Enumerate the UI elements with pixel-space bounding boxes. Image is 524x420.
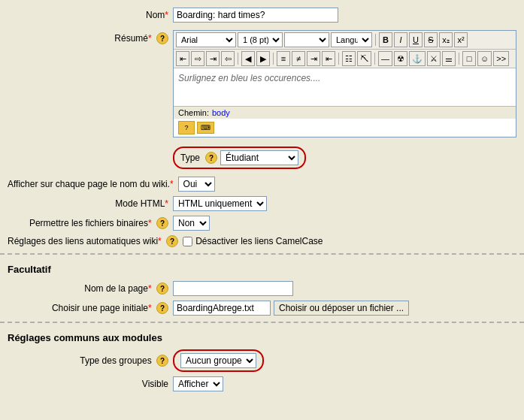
- help-icon-btn[interactable]: ?: [178, 121, 195, 134]
- nom-page-input[interactable]: [173, 281, 293, 296]
- type-groupes-help-icon[interactable]: ?: [156, 355, 168, 367]
- choisir-fichier-btn[interactable]: Choisir ou déposer un fichier ...: [274, 301, 409, 316]
- modules-header: Réglages communs aux modules: [0, 329, 524, 346]
- nom-page-label: Nom de la page* ?: [8, 283, 173, 295]
- nom-page-row: Nom de la page* ?: [0, 281, 524, 296]
- toolbar-row1: Arial Times New Roman Courier 1 (8 pt) 2…: [174, 31, 516, 50]
- strike-btn[interactable]: S: [424, 32, 438, 47]
- type-groupes-row: Type des groupes ? Aucun groupe Groupe A…: [0, 349, 524, 372]
- page-initiale-input[interactable]: [173, 301, 271, 316]
- resume-label-row: Résumé* ? Arial Times New Roman Courier …: [8, 30, 516, 137]
- font-select[interactable]: Arial Times New Roman Courier: [176, 32, 236, 47]
- resume-section: Résumé* ? Arial Times New Roman Courier …: [0, 27, 524, 141]
- page-initiale-help-icon[interactable]: ?: [156, 302, 168, 314]
- special-btn[interactable]: ☢: [394, 51, 407, 66]
- superscript-btn[interactable]: x²: [454, 32, 468, 47]
- resume-label: Résumé* ?: [8, 30, 173, 44]
- main-container: Nom* Résumé* ? Arial Times New Roman Cou…: [0, 0, 524, 420]
- chemin-value: body: [212, 108, 230, 117]
- outdent-btn[interactable]: ⇤: [322, 51, 335, 66]
- nom-row: Nom*: [0, 8, 524, 23]
- bold-btn[interactable]: B: [379, 32, 392, 47]
- facultatif-header: Facultatif: [0, 261, 524, 278]
- type-row: Type ? Étudiant Enseignant Administrateu…: [0, 144, 524, 172]
- type-groupes-oval: Aucun groupe Groupe A Groupe B: [173, 349, 264, 372]
- anchor-btn[interactable]: ⚌: [442, 51, 456, 66]
- type-groupes-select[interactable]: Aucun groupe Groupe A Groupe B: [180, 353, 256, 368]
- visible-label: Visible: [8, 379, 173, 389]
- align-right-btn[interactable]: ⇥: [206, 51, 220, 66]
- nom-page-help-icon[interactable]: ?: [156, 283, 168, 295]
- insert-table-btn[interactable]: ☷: [342, 51, 356, 66]
- liens-row: Réglages des liens automatiques wiki* ? …: [0, 235, 524, 247]
- langue-select[interactable]: Langue Français English: [331, 32, 372, 47]
- fichiers-label: Permettre les fichiers binaires* ?: [8, 217, 173, 229]
- format-select[interactable]: Normal: [284, 32, 329, 47]
- dotted-divider: [0, 253, 524, 255]
- list-ul-btn[interactable]: ≡: [277, 51, 290, 66]
- hr-btn[interactable]: —: [378, 51, 392, 66]
- type-label: Type: [180, 153, 200, 163]
- page-initiale-row: Choisir une page initiale* ? Choisir ou …: [0, 301, 524, 316]
- visible-select[interactable]: Afficher Cacher: [173, 376, 223, 391]
- dotted-divider-2: [0, 322, 524, 323]
- indent-btn[interactable]: ⇥: [307, 51, 320, 66]
- fichiers-select[interactable]: Non Oui: [173, 216, 210, 231]
- mode-html-select[interactable]: HTML uniquement Markdown Wikitexte: [173, 196, 267, 211]
- fichiers-help-icon[interactable]: ?: [156, 217, 168, 229]
- liens-label: Réglages des liens automatiques wiki* ?: [8, 235, 183, 247]
- subscript-btn[interactable]: x₂: [439, 32, 453, 47]
- rect-btn[interactable]: □: [462, 51, 476, 66]
- resume-editor: Arial Times New Roman Courier 1 (8 pt) 2…: [173, 30, 516, 137]
- afficher-row: Afficher sur chaque page le nom du wiki.…: [0, 177, 524, 192]
- italic-btn[interactable]: I: [394, 32, 407, 47]
- type-oval: Type ? Étudiant Enseignant Administrateu…: [173, 147, 306, 169]
- link-btn[interactable]: ⚓: [409, 51, 426, 66]
- align-left-btn[interactable]: ⇤: [176, 51, 189, 66]
- media-btn1[interactable]: ◀: [241, 51, 255, 66]
- emoji-btn[interactable]: ☺: [477, 51, 492, 66]
- mode-html-row: Mode HTML* HTML uniquement Markdown Wiki…: [0, 196, 524, 211]
- bottom-icons-row: ? ⌨: [174, 119, 516, 137]
- resume-help-icon[interactable]: ?: [156, 32, 168, 44]
- nom-label: Nom*: [8, 10, 173, 20]
- keyboard-btn[interactable]: ⌨: [197, 122, 214, 134]
- more-btn[interactable]: >>: [493, 51, 509, 66]
- nom-input[interactable]: [173, 8, 338, 23]
- toolbar-row2: ⇤ ⇨ ⇥ ⇦ ◀ ▶ ≡ ≠ ⇥ ⇤ ☷ ⛏ —: [174, 50, 516, 68]
- liens-help-icon[interactable]: ?: [166, 235, 178, 247]
- size-select[interactable]: 1 (8 pt) 2 (10 pt) 3 (12 pt): [238, 32, 283, 47]
- afficher-label: Afficher sur chaque page le nom du wiki.…: [8, 179, 178, 189]
- list-ol-btn[interactable]: ≠: [292, 51, 305, 66]
- type-groupes-label: Type des groupes ?: [8, 355, 173, 367]
- fichiers-row: Permettre les fichiers binaires* ? Non O…: [0, 216, 524, 231]
- insert-img-btn[interactable]: ⛏: [357, 51, 371, 66]
- camel-case-label: Désactiver les liens CamelCase: [195, 236, 323, 246]
- type-help-icon[interactable]: ?: [205, 152, 217, 164]
- visible-row: Visible Afficher Cacher: [0, 376, 524, 391]
- type-select[interactable]: Étudiant Enseignant Administrateur: [220, 150, 298, 165]
- editor-content[interactable]: Surlignez en bleu les occurences....: [174, 68, 516, 106]
- afficher-select[interactable]: Oui Non: [178, 177, 215, 192]
- chemin-bar: Chemin: body: [174, 106, 516, 119]
- justify-btn[interactable]: ⇦: [221, 51, 235, 66]
- align-center-btn[interactable]: ⇨: [191, 51, 204, 66]
- underline-btn[interactable]: U: [409, 32, 423, 47]
- mode-html-label: Mode HTML*: [8, 198, 173, 209]
- camel-case-checkbox[interactable]: [183, 237, 192, 246]
- unlink-btn[interactable]: ⚔: [427, 51, 441, 66]
- media-btn2[interactable]: ▶: [256, 51, 270, 66]
- page-initiale-label: Choisir une page initiale* ?: [8, 302, 173, 314]
